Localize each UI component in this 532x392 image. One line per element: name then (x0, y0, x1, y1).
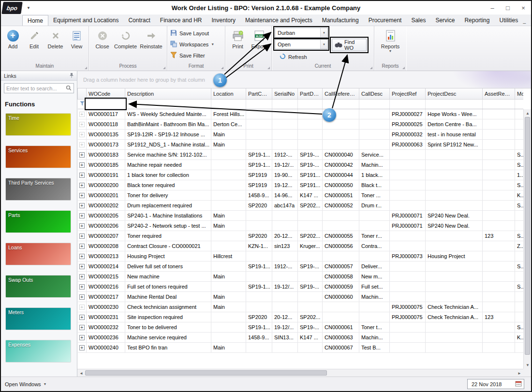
complete-button[interactable]: Complete (113, 28, 138, 63)
tab-maintenance-and-projects[interactable]: Maintenance and Projects (240, 15, 317, 26)
scroll-right-icon[interactable]: ► (516, 369, 523, 377)
filter-cell-projectdesc[interactable] (426, 99, 483, 109)
column-header-projectref[interactable]: ProjectRef (390, 88, 426, 99)
table-row[interactable]: +WO0000230Check technician assignmentMai… (78, 302, 524, 312)
filter-cell-model[interactable] (515, 99, 524, 109)
expand-icon[interactable]: + (79, 152, 85, 158)
table-row[interactable]: +WO0000217Machine Rental DealMainCN00000… (78, 291, 524, 302)
horizontal-scroll-thumb[interactable] (85, 370, 327, 376)
expand-icon[interactable]: + (79, 345, 85, 350)
filter-cell-assetregno[interactable] (483, 99, 515, 109)
column-header-partdesc[interactable]: PartDesc (298, 88, 323, 99)
close-wo-button[interactable]: Close (92, 28, 113, 63)
dialog-launcher-icon[interactable] (163, 67, 165, 69)
pin-icon[interactable] (69, 73, 74, 79)
table-row[interactable]: +WO0000236Machine service required1458-9… (78, 332, 524, 342)
filter-cell-location[interactable] (211, 99, 246, 109)
refresh-button[interactable]: Refresh (280, 53, 307, 60)
function-tile-time[interactable]: Time (6, 114, 71, 135)
table-row[interactable]: +WO0000207Toner requiredSP202020-12...SP… (78, 231, 524, 241)
expand-icon[interactable]: + (79, 193, 85, 198)
delete-button[interactable]: Delete (45, 28, 66, 63)
expand-icon[interactable]: + (79, 315, 85, 320)
filter-cell-serialno[interactable] (272, 99, 298, 109)
table-row[interactable]: +WO0000213Housing ProjectHillcrestPRJ000… (78, 251, 524, 261)
vertical-scroll-thumb[interactable] (525, 117, 530, 355)
table-row[interactable]: +WO0000206SP240-2 - Network setup - test… (78, 220, 524, 231)
table-row[interactable]: +WO0000240Test BPO fin tranMainCN0000067… (78, 342, 524, 352)
mdi-minimize-button[interactable]: – (523, 20, 526, 26)
filter-cell-wocode[interactable] (87, 99, 125, 109)
function-tile-third-party-services[interactable]: Third Party Services (6, 178, 71, 200)
tab-inventory[interactable]: Inventory (207, 15, 240, 26)
tab-sales[interactable]: Sales (406, 15, 430, 26)
tab-manufacturing[interactable]: Manufacturing (317, 15, 364, 26)
table-row[interactable]: +WO0000215New machineMainCN0000058New m.… (78, 271, 524, 281)
column-header-description[interactable]: Description (125, 88, 211, 99)
edit-button[interactable]: Edit (24, 28, 45, 63)
table-row[interactable]: +WO0000117WS - Weekly Scheduled Mainte..… (78, 109, 524, 119)
expand-icon[interactable]: + (79, 274, 85, 279)
table-row[interactable]: +WO0000201Toner for delivery1458-9...14-… (78, 190, 524, 200)
workspaces-button[interactable]: Workspaces ▼ (170, 40, 222, 49)
tab-finance-and-hr[interactable]: Finance and HR (155, 15, 207, 26)
tab-utilities[interactable]: Utilities (494, 15, 523, 26)
reinstate-button[interactable]: Reinstate (138, 28, 164, 63)
function-tile-meters[interactable]: Meters (6, 308, 71, 330)
table-row[interactable]: +WO0000118BathBinMaint - Bathroom Bin Ma… (78, 119, 524, 129)
dialog-launcher-icon[interactable] (85, 67, 87, 69)
table-row[interactable]: +WO0000183Service machine S/N: 1912-102.… (78, 149, 524, 160)
maximize-button[interactable]: □ (500, 4, 516, 12)
add-button[interactable]: + Add (2, 28, 24, 63)
search-input[interactable] (6, 86, 66, 91)
export-button[interactable]: XLSX Export (249, 28, 270, 63)
table-row[interactable]: +WO0000216Full set of toners requiredSP1… (78, 281, 524, 291)
site-select[interactable]: Durban ▼ (275, 28, 328, 38)
expand-icon[interactable]: + (79, 223, 85, 229)
expand-icon[interactable]: + (79, 132, 85, 137)
quick-access-caret-icon[interactable]: ▼ (27, 6, 30, 10)
view-button[interactable]: View (66, 28, 88, 63)
horizontal-scrollbar[interactable]: ◄ ► (77, 369, 523, 377)
filter-cell-partdesc[interactable] (298, 99, 323, 109)
filter-cell-partcode[interactable] (246, 99, 272, 109)
save-layout-button[interactable]: Save Layout (170, 29, 222, 38)
column-header-calldesc[interactable]: CallDesc (359, 88, 390, 99)
calendar-icon[interactable] (515, 380, 522, 388)
find-wo-button[interactable]: Find WO (332, 39, 367, 51)
function-tile-services[interactable]: Services (6, 146, 71, 168)
column-header-projectdesc[interactable]: ProjectDesc (426, 88, 483, 99)
expand-icon[interactable]: + (79, 264, 85, 269)
search-icon[interactable] (66, 84, 72, 93)
expand-icon[interactable]: + (79, 305, 85, 310)
scroll-left-icon[interactable]: ◄ (77, 369, 85, 377)
expand-icon[interactable]: + (79, 142, 85, 147)
filter-cell-description[interactable] (125, 99, 211, 109)
expand-icon[interactable]: + (79, 213, 85, 218)
filter-cell-projectref[interactable] (390, 99, 426, 109)
table-row[interactable]: +WO0000205SP240-1 - Machine Installation… (78, 210, 524, 220)
expand-icon[interactable]: + (79, 162, 85, 168)
date-picker[interactable]: 22 Nov 2018 (467, 379, 524, 389)
table-row[interactable]: +WO0000173SP1912_NDS_1 - Machine instal.… (78, 139, 524, 149)
table-row[interactable]: +WO0000208Contract Closure - CO0000021KZ… (78, 241, 524, 251)
expand-icon[interactable]: + (79, 112, 85, 117)
expand-icon[interactable]: + (79, 294, 85, 300)
tab-reporting[interactable]: Reporting (459, 15, 494, 26)
expand-icon[interactable]: + (79, 203, 85, 208)
tab-contract[interactable]: Contract (123, 15, 155, 26)
save-filter-button[interactable]: Save Filter (170, 51, 222, 60)
close-button[interactable]: × (516, 4, 531, 12)
expand-icon[interactable]: + (79, 183, 85, 188)
filter-cell-calldesc[interactable] (359, 99, 390, 109)
status-select[interactable]: Open ▼ (275, 39, 328, 49)
dialog-launcher-icon[interactable] (267, 67, 270, 69)
column-header-partcode[interactable]: PartCode (246, 88, 272, 99)
vertical-scrollbar[interactable]: ▲ ▼ (523, 109, 531, 369)
column-header-assetregno[interactable]: AssetRegNo (483, 88, 515, 99)
table-row[interactable]: +WO0000214Deliver full set of tonersSP19… (78, 261, 524, 271)
table-row[interactable]: +WO0000135SP19-12IR - SP19-12 Inhouse ..… (78, 129, 524, 139)
chevron-down-icon[interactable]: ▼ (320, 40, 327, 49)
column-header-location[interactable]: Location (211, 88, 246, 99)
table-row[interactable]: +WO0000231Site inspection requiredSP2020… (78, 312, 524, 322)
